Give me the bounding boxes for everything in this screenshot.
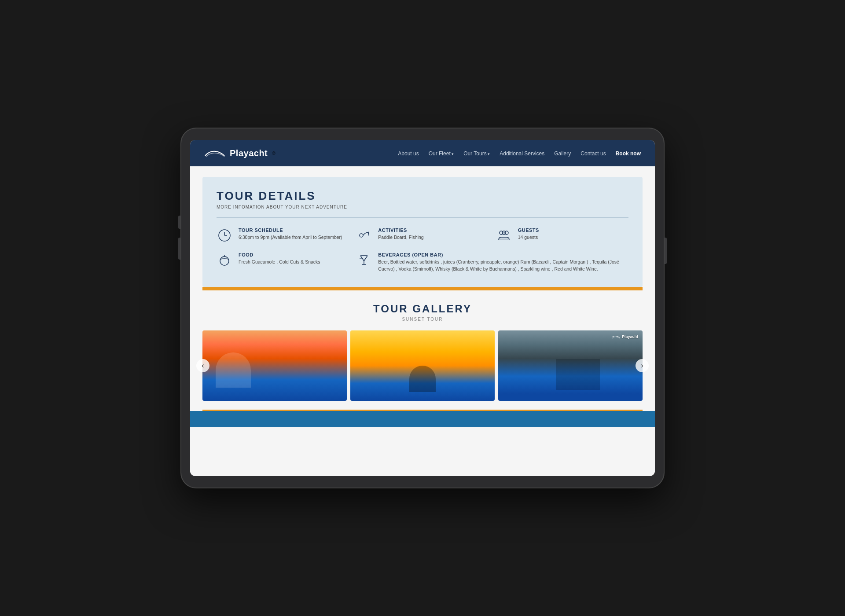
detail-beverages: BEVERAGES (OPEN BAR) Beer, Bottled water… [356, 252, 628, 273]
beverages-content: BEVERAGES (OPEN BAR) Beer, Bottled water… [378, 252, 628, 273]
food-value: Fresh Guacamole , Cold Cuts & Snacks [239, 259, 320, 266]
gallery-images: Playacht [202, 330, 643, 401]
carousel-next-button[interactable]: › [636, 359, 649, 372]
gallery-image-3: Playacht [498, 330, 643, 401]
schedule-label: TOUR SCHEDULE [239, 227, 342, 233]
logo-text: Playacht [230, 148, 268, 158]
logo-icon [204, 147, 225, 159]
people-icon [496, 227, 512, 243]
tour-details-title: TOUR DETAILS [217, 189, 628, 203]
logo-reg: ® [272, 151, 275, 156]
side-button-1 [178, 216, 180, 229]
svg-point-3 [360, 234, 363, 237]
guests-label: GUESTS [518, 227, 539, 233]
cocktail-icon [356, 252, 372, 268]
nav-item-gallery[interactable]: Gallery [554, 149, 571, 157]
activities-label: ACTIVITIES [378, 227, 423, 233]
main-content: TOUR DETAILS MORE INFOMATION ABOUT YOUR … [190, 166, 655, 476]
activities-content: ACTIVITIES Paddle Board, Fishing [378, 227, 423, 241]
gallery-watermark: Playacht [611, 334, 638, 339]
schedule-value: 6:30pm to 9pm (Available from April to S… [239, 234, 342, 241]
blue-footer-bar [190, 411, 655, 427]
watermark-logo-icon [611, 334, 620, 339]
gallery-section: TOUR GALLERY SUNSET TOUR ‹ [190, 290, 655, 410]
plate-icon [217, 252, 232, 268]
svg-point-6 [502, 231, 506, 235]
guests-value: 14 guests [518, 234, 539, 241]
carousel-prev-button[interactable]: ‹ [196, 359, 209, 372]
side-button-2 [178, 238, 180, 260]
gallery-image-2 [350, 330, 495, 401]
tour-details-subtitle: MORE INFOMATION ABOUT YOUR NEXT ADVENTUR… [217, 205, 628, 209]
divider [217, 217, 628, 218]
detail-guests: GUESTS 14 guests [496, 227, 628, 243]
schedule-content: TOUR SCHEDULE 6:30pm to 9pm (Available f… [239, 227, 342, 241]
beverages-label: BEVERAGES (OPEN BAR) [378, 252, 628, 257]
svg-rect-7 [500, 238, 508, 240]
nav-item-contact[interactable]: Contact us [580, 149, 606, 157]
gallery-subtitle: SUNSET TOUR [202, 317, 643, 322]
nav-item-tours[interactable]: Our Tours [463, 149, 490, 157]
snorkel-icon [356, 227, 372, 243]
nav-links: About us Our Fleet Our Tours Additional … [398, 149, 641, 157]
tour-details-section: TOUR DETAILS MORE INFOMATION ABOUT YOUR … [202, 177, 643, 287]
nav-bar: Playacht® About us Our Fleet Our Tours A… [190, 140, 655, 166]
tablet-frame: Playacht® About us Our Fleet Our Tours A… [180, 128, 665, 488]
nav-logo[interactable]: Playacht® [204, 147, 276, 159]
beverages-value: Beer, Bottled water, softdrinks , juices… [378, 259, 628, 273]
nav-item-services[interactable]: Additional Services [500, 149, 544, 157]
watermark-text: Playacht [622, 334, 638, 339]
gallery-title: TOUR GALLERY [202, 303, 643, 315]
nav-item-fleet[interactable]: Our Fleet [429, 149, 454, 157]
tour-details-grid: TOUR SCHEDULE 6:30pm to 9pm (Available f… [217, 227, 628, 273]
nav-item-about[interactable]: About us [398, 149, 419, 157]
side-button-3 [665, 238, 667, 264]
tablet-screen: Playacht® About us Our Fleet Our Tours A… [190, 140, 655, 476]
food-label: FOOD [239, 252, 320, 257]
detail-activities: ACTIVITIES Paddle Board, Fishing [356, 227, 489, 243]
clock-icon [217, 227, 232, 243]
gallery-image-1 [202, 330, 347, 401]
svg-point-8 [220, 257, 229, 265]
nav-item-book[interactable]: Book now [616, 149, 641, 157]
detail-schedule: TOUR SCHEDULE 6:30pm to 9pm (Available f… [217, 227, 349, 243]
gallery-carousel: ‹ Playacht [202, 330, 643, 401]
activities-value: Paddle Board, Fishing [378, 234, 423, 241]
guests-content: GUESTS 14 guests [518, 227, 539, 241]
orange-accent-bar [202, 287, 643, 290]
detail-food: FOOD Fresh Guacamole , Cold Cuts & Snack… [217, 252, 349, 273]
food-content: FOOD Fresh Guacamole , Cold Cuts & Snack… [239, 252, 320, 266]
